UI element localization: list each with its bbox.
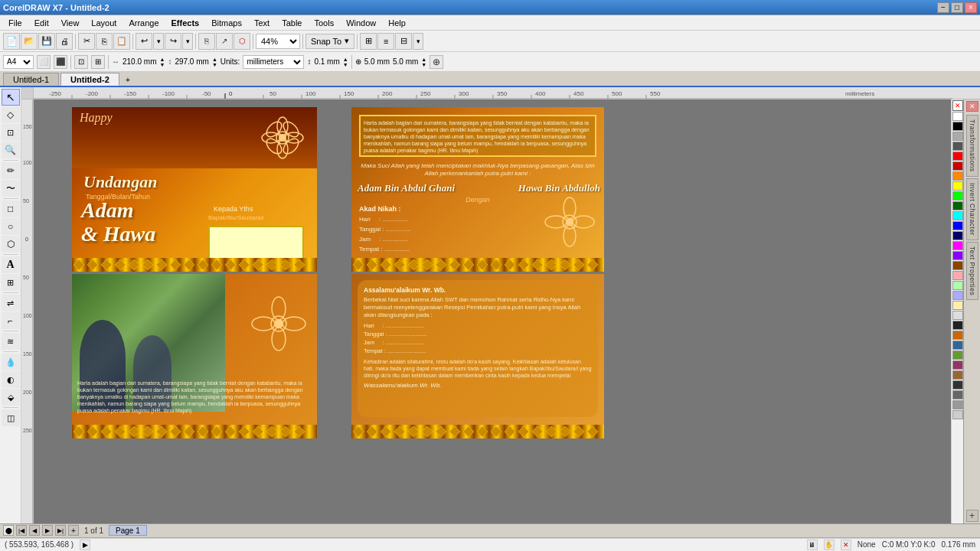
menu-tools[interactable]: Tools xyxy=(309,17,339,29)
pink-swatch[interactable] xyxy=(952,271,963,280)
lightgray-swatch[interactable] xyxy=(952,311,963,320)
page-settings-btn[interactable]: ⊡ xyxy=(74,55,88,69)
orange-swatch[interactable] xyxy=(952,171,963,181)
page-last-button[interactable]: ▶| xyxy=(55,525,66,536)
smart-fill-tool[interactable]: ⬙ xyxy=(2,389,20,406)
page-size-select[interactable]: A4 xyxy=(3,55,34,69)
teal-swatch[interactable] xyxy=(952,341,963,350)
open-button[interactable]: 📂 xyxy=(21,33,38,50)
black-swatch[interactable] xyxy=(952,122,963,131)
panel-add-button[interactable]: + xyxy=(966,510,978,522)
maroon-swatch[interactable] xyxy=(952,360,963,370)
blue-swatch[interactable] xyxy=(952,221,963,230)
darkgray-swatch[interactable] xyxy=(952,321,963,330)
options-btn2[interactable]: ≡ xyxy=(377,33,394,50)
save-button[interactable]: 💾 xyxy=(38,33,55,50)
outline-tool[interactable]: ◫ xyxy=(2,409,20,426)
menu-window[interactable]: Window xyxy=(341,17,381,29)
close-button[interactable]: × xyxy=(965,2,977,13)
paste-button[interactable]: 📋 xyxy=(113,33,130,50)
shape-tool[interactable]: ◇ xyxy=(2,106,20,123)
polygon-tool[interactable]: ⬡ xyxy=(2,236,20,253)
cut-button[interactable]: ✂ xyxy=(78,33,95,50)
medgray-swatch[interactable] xyxy=(952,390,963,399)
canvas-viewport[interactable]: Happy xyxy=(34,99,951,523)
cyan-swatch[interactable] xyxy=(952,211,963,220)
darkblue-swatch[interactable] xyxy=(952,231,963,240)
eyedropper-tool[interactable]: 💧 xyxy=(2,354,20,370)
menu-layout[interactable]: Layout xyxy=(86,17,122,29)
darkred-swatch[interactable] xyxy=(952,161,963,171)
page-add-btn[interactable]: ⊕ xyxy=(430,55,443,69)
import-button[interactable]: ⎘ xyxy=(198,33,215,50)
page-first-button[interactable]: |◀ xyxy=(16,525,27,536)
undo-dropdown[interactable]: ▾ xyxy=(153,33,164,50)
page-prev-button[interactable]: ◀ xyxy=(29,525,40,536)
landscape-button[interactable]: ⬛ xyxy=(54,55,67,69)
menu-table[interactable]: Table xyxy=(276,17,307,29)
white-swatch[interactable] xyxy=(952,112,963,121)
page-tab[interactable]: Page 1 xyxy=(109,525,147,536)
redo-button[interactable]: ↪ xyxy=(165,33,181,50)
rect-tool[interactable]: □ xyxy=(2,201,20,217)
gainsboro-swatch[interactable] xyxy=(952,410,963,419)
tab-untitled2[interactable]: Untitled-2 xyxy=(60,73,119,86)
crop-tool[interactable]: ⊡ xyxy=(2,124,20,141)
olive-swatch[interactable] xyxy=(952,350,963,360)
yellow-swatch[interactable] xyxy=(952,181,963,191)
tan-swatch[interactable] xyxy=(952,370,963,380)
tab-add-button[interactable]: + xyxy=(121,73,135,86)
page-border-btn[interactable]: ⊞ xyxy=(91,55,105,69)
monitor-icon[interactable]: 🖥 xyxy=(807,540,818,550)
purple-swatch[interactable] xyxy=(952,251,963,260)
magenta-swatch[interactable] xyxy=(952,241,963,250)
text-properties-tab[interactable]: Text Properties xyxy=(966,242,978,300)
menu-arrange[interactable]: Arrange xyxy=(123,17,164,29)
freehand-tool[interactable]: ✏ xyxy=(2,162,20,179)
options-dropdown[interactable]: ▾ xyxy=(413,33,423,50)
panel-close-button[interactable]: ✕ xyxy=(966,101,978,112)
copy-button[interactable]: ⎘ xyxy=(96,33,113,50)
menu-help[interactable]: Help xyxy=(383,17,411,29)
pick-tool[interactable]: ↖ xyxy=(2,89,20,106)
transformations-tab[interactable]: Transformations xyxy=(966,115,978,177)
menu-view[interactable]: View xyxy=(56,17,85,29)
page-next-button[interactable]: ▶ xyxy=(42,525,53,536)
connector-tool[interactable]: ⌐ xyxy=(2,312,20,329)
nudge-spinners[interactable]: ▲ ▼ xyxy=(343,57,348,67)
darkgreen-swatch[interactable] xyxy=(952,201,963,210)
no-fill-swatch[interactable]: ✕ xyxy=(952,100,963,111)
cream-swatch[interactable] xyxy=(952,301,963,310)
gray1-swatch[interactable] xyxy=(952,132,963,141)
rust-swatch[interactable] xyxy=(952,331,963,340)
snap-to-dropdown[interactable]: Snap To▾ xyxy=(305,34,354,49)
table-tool[interactable]: ⊞ xyxy=(2,274,20,291)
hand-icon[interactable]: ✋ xyxy=(824,540,835,550)
green-swatch[interactable] xyxy=(952,191,963,201)
blend-tool[interactable]: ≋ xyxy=(2,333,20,350)
export-button[interactable]: ↗ xyxy=(216,33,233,50)
portrait-button[interactable]: ⬜ xyxy=(37,55,51,69)
menu-text[interactable]: Text xyxy=(249,17,275,29)
ellipse-tool[interactable]: ○ xyxy=(2,218,20,235)
publish-button[interactable]: ⬡ xyxy=(234,33,250,50)
width-up[interactable]: ▲ ▼ xyxy=(159,57,165,67)
text-tool[interactable]: A xyxy=(2,256,20,273)
red-swatch[interactable] xyxy=(952,152,963,161)
units-select[interactable]: millimeters xyxy=(243,55,304,69)
xmark-icon[interactable]: ✕ xyxy=(841,540,851,550)
new-button[interactable]: 📄 xyxy=(3,33,20,50)
fill-tool[interactable]: ◐ xyxy=(2,371,20,388)
options-btn1[interactable]: ⊞ xyxy=(360,33,377,50)
redo-dropdown[interactable]: ▾ xyxy=(182,33,193,50)
minimize-button[interactable]: − xyxy=(937,2,949,13)
invert-character-tab[interactable]: Invert Character xyxy=(966,178,978,240)
silver-swatch[interactable] xyxy=(952,400,963,409)
offset-spinners[interactable]: ▲ ▼ xyxy=(421,57,426,67)
undo-button[interactable]: ↩ xyxy=(136,33,152,50)
options-btn3[interactable]: ⊟ xyxy=(395,33,412,50)
page-add-btn2[interactable]: + xyxy=(68,525,79,536)
gray2-swatch[interactable] xyxy=(952,142,963,151)
maximize-button[interactable]: □ xyxy=(951,2,963,13)
brown-swatch[interactable] xyxy=(952,261,963,270)
